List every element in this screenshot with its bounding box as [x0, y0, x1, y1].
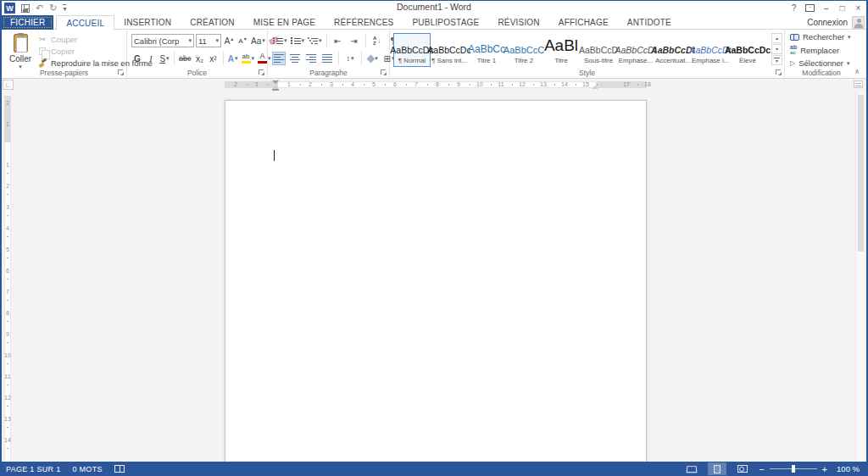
align-center-button[interactable]: [288, 52, 302, 65]
copy-label: Copier: [51, 47, 75, 56]
style-item[interactable]: AaBbCcDtEmphase...: [617, 33, 654, 67]
proofing-status-icon[interactable]: [114, 465, 125, 473]
bullets-button[interactable]: ▾: [272, 34, 287, 47]
style-name: Accentuat...: [655, 57, 691, 64]
vertical-scrollbar[interactable]: [855, 93, 865, 460]
right-indent-marker[interactable]: [592, 86, 598, 89]
sort-button[interactable]: AZ↓: [370, 34, 384, 47]
style-name: Emphase i...: [692, 57, 729, 64]
close-button[interactable]: ×: [850, 1, 866, 15]
line-spacing-button[interactable]: ↕▾: [343, 52, 357, 65]
word-count[interactable]: 0 MOTS: [72, 465, 102, 473]
paste-button[interactable]: Coller ▾: [6, 34, 35, 71]
style-item[interactable]: AaBbCcDtEmphase i...: [692, 33, 729, 67]
tab-références[interactable]: RÉFÉRENCES: [325, 15, 403, 30]
gallery-down-button[interactable]: ▾: [771, 44, 782, 54]
style-item[interactable]: AaBbCcDcÉlevé: [729, 33, 766, 67]
tab-révision[interactable]: RÉVISION: [488, 15, 548, 30]
justify-button[interactable]: [320, 52, 334, 65]
customize-qat-icon[interactable]: ▾: [63, 4, 66, 12]
style-item[interactable]: AaBlTitre: [542, 33, 580, 67]
page-indicator[interactable]: PAGE 1 SUR 1: [6, 465, 60, 473]
tab-publipostage[interactable]: PUBLIPOSTAGE: [403, 15, 488, 30]
tab-accueil[interactable]: ACCUEIL: [56, 15, 114, 30]
highlight-button[interactable]: ab▾: [241, 52, 256, 65]
gallery-more-button[interactable]: ▾: [771, 55, 782, 65]
avatar-icon[interactable]: [852, 16, 865, 29]
subscript-button[interactable]: x₂: [194, 52, 206, 65]
scrollbar-thumb[interactable]: [858, 95, 864, 252]
save-icon[interactable]: [21, 4, 30, 13]
style-item[interactable]: AaBbCcCTitre 2: [505, 33, 542, 67]
tab-fichier[interactable]: FICHIER: [2, 15, 53, 30]
shading-button[interactable]: ▾: [366, 52, 380, 65]
numbering-button[interactable]: ▾: [290, 34, 305, 47]
decrease-indent-button[interactable]: ⇤: [331, 34, 345, 47]
read-mode-button[interactable]: [682, 462, 701, 475]
zoom-out-button[interactable]: −: [759, 465, 764, 473]
style-item[interactable]: AaBbCсTitre 1: [468, 33, 505, 67]
ruler-number: 6: [393, 81, 397, 88]
tab-antidote[interactable]: ANTIDOTE: [618, 15, 681, 30]
find-icon: [790, 34, 799, 40]
maximize-button[interactable]: □: [834, 1, 850, 15]
first-line-indent-marker[interactable]: [272, 80, 279, 84]
redo-icon[interactable]: ↻: [49, 3, 57, 14]
print-layout-button[interactable]: [708, 462, 726, 475]
web-layout-button[interactable]: [733, 462, 752, 475]
styles-dialog-launcher[interactable]: [776, 69, 782, 76]
increase-indent-button[interactable]: ⇥: [348, 34, 361, 47]
tab-affichage[interactable]: AFFICHAGE: [549, 15, 618, 30]
font-name-combobox[interactable]: Calibri (Corp ▾: [131, 34, 194, 47]
sort-icon: AZ↓: [373, 36, 381, 46]
align-left-button[interactable]: [272, 52, 286, 65]
group-editing: Rechercher ▾ abac Remplacer ▷ Sélectionn…: [785, 30, 858, 78]
undo-icon[interactable]: ↶: [36, 3, 43, 14]
tab-insertion[interactable]: INSERTION: [114, 15, 181, 30]
change-case-button[interactable]: Aa▾: [250, 34, 266, 47]
find-button[interactable]: Rechercher ▾: [790, 32, 858, 42]
connexion-label[interactable]: Connexion: [807, 18, 848, 27]
ruler-number: 12: [4, 395, 11, 401]
ruler-number: 7: [415, 81, 418, 88]
underline-button[interactable]: S▾: [159, 52, 170, 65]
zoom-slider[interactable]: [770, 468, 817, 469]
minimize-button[interactable]: –: [818, 1, 834, 15]
vertical-ruler[interactable]: 211234567891011121314: [2, 91, 14, 462]
gallery-up-button[interactable]: ▴: [771, 33, 782, 43]
zoom-level[interactable]: 100 %: [834, 464, 860, 473]
font-dialog-launcher[interactable]: [259, 69, 265, 76]
superscript-button[interactable]: x²: [208, 52, 220, 65]
multilevel-list-button[interactable]: ▾: [307, 34, 322, 47]
shrink-font-button[interactable]: A▾: [236, 34, 248, 47]
zoom-in-button[interactable]: +: [822, 465, 827, 473]
collapse-ribbon-button[interactable]: ∧: [854, 68, 860, 75]
help-button[interactable]: ?: [786, 1, 802, 15]
ruler-number: 1: [255, 81, 259, 88]
grow-font-button[interactable]: A▴: [223, 34, 235, 47]
style-preview: AaBbCcDc: [725, 36, 771, 55]
ribbon-display-options-button[interactable]: ˆ: [802, 1, 818, 15]
align-right-button[interactable]: [304, 52, 318, 65]
tab-création[interactable]: CRÉATION: [181, 15, 244, 30]
style-item[interactable]: AaBbCcDtAccentuat...: [654, 33, 692, 67]
text-effects-button[interactable]: A▾: [227, 52, 239, 65]
select-button[interactable]: ▷ Sélectionner ▾: [790, 58, 858, 68]
word-logo-icon[interactable]: W: [4, 3, 15, 14]
clipboard-dialog-launcher[interactable]: [118, 69, 125, 76]
font-size-combobox[interactable]: 11 ▾: [196, 34, 221, 47]
replace-button[interactable]: abac Remplacer: [790, 44, 858, 56]
horizontal-ruler[interactable]: 211234567891011121314151718: [2, 79, 866, 91]
style-item[interactable]: AaBbCcDc¶ Sans int...: [431, 33, 468, 67]
strikethrough-button[interactable]: abc: [178, 52, 192, 65]
bold-button[interactable]: G: [131, 52, 143, 65]
style-item[interactable]: AaBbCcDSous-titre: [580, 33, 617, 67]
style-item[interactable]: AaBbCcDc¶ Normal: [393, 33, 431, 67]
document-page[interactable]: [225, 100, 647, 462]
window-frame-top: [0, 0, 868, 1]
paragraph-dialog-launcher[interactable]: [381, 69, 387, 76]
tab-mise-en-page[interactable]: MISE EN PAGE: [244, 15, 325, 30]
italic-button[interactable]: I: [145, 52, 157, 65]
zoom-slider-thumb[interactable]: [792, 465, 795, 473]
ruler-toggle-icon[interactable]: [854, 80, 863, 88]
